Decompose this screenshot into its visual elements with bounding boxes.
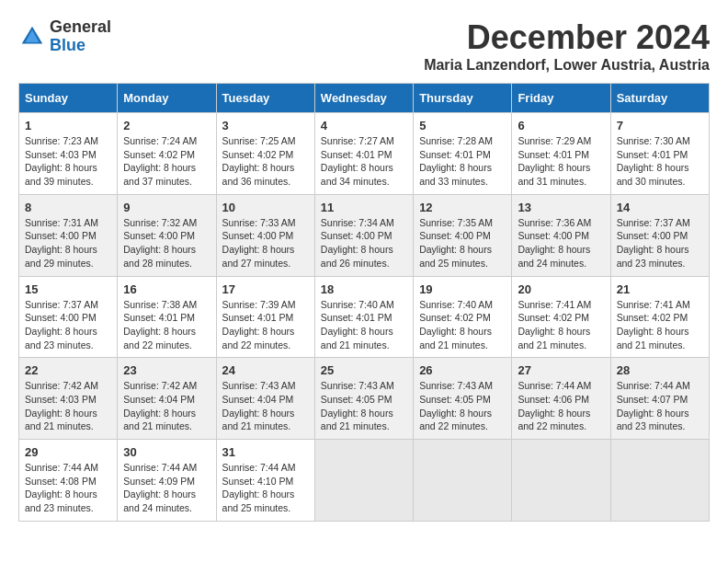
day-number: 30 xyxy=(123,445,210,459)
table-row: 11 Sunrise: 7:34 AMSunset: 4:00 PMDaylig… xyxy=(314,194,413,276)
logo-general-text: General xyxy=(50,18,111,37)
weekday-header: Tuesday xyxy=(216,84,314,113)
day-number: 12 xyxy=(419,201,506,214)
table-row: 29 Sunrise: 7:44 AMSunset: 4:08 PMDaylig… xyxy=(19,440,118,522)
day-info: Sunrise: 7:39 AMSunset: 4:01 PMDaylight:… xyxy=(222,298,309,352)
table-row xyxy=(512,440,610,522)
calendar-week-row: 8 Sunrise: 7:31 AMSunset: 4:00 PMDayligh… xyxy=(19,194,710,276)
table-row: 4 Sunrise: 7:27 AMSunset: 4:01 PMDayligh… xyxy=(314,113,413,195)
day-info: Sunrise: 7:44 AMSunset: 4:08 PMDaylight:… xyxy=(25,461,111,515)
day-number: 19 xyxy=(419,282,506,296)
day-number: 21 xyxy=(617,282,703,296)
day-info: Sunrise: 7:43 AMSunset: 4:05 PMDaylight:… xyxy=(321,379,407,433)
day-info: Sunrise: 7:40 AMSunset: 4:01 PMDaylight:… xyxy=(321,298,407,352)
day-info: Sunrise: 7:44 AMSunset: 4:09 PMDaylight:… xyxy=(123,461,210,515)
location-title: Maria Lanzendorf, Lower Austria, Austria xyxy=(424,57,710,74)
day-info: Sunrise: 7:44 AMSunset: 4:07 PMDaylight:… xyxy=(617,379,703,433)
day-info: Sunrise: 7:35 AMSunset: 4:00 PMDaylight:… xyxy=(419,216,506,270)
day-info: Sunrise: 7:34 AMSunset: 4:00 PMDaylight:… xyxy=(321,216,407,270)
table-row xyxy=(414,440,512,522)
day-info: Sunrise: 7:31 AMSunset: 4:00 PMDaylight:… xyxy=(25,216,111,270)
day-info: Sunrise: 7:33 AMSunset: 4:00 PMDaylight:… xyxy=(222,216,309,270)
table-row: 10 Sunrise: 7:33 AMSunset: 4:00 PMDaylig… xyxy=(216,194,314,276)
table-row: 8 Sunrise: 7:31 AMSunset: 4:00 PMDayligh… xyxy=(19,194,118,276)
table-row: 20 Sunrise: 7:41 AMSunset: 4:02 PMDaylig… xyxy=(512,276,610,358)
weekday-header: Sunday xyxy=(19,84,118,113)
day-number: 18 xyxy=(321,282,407,296)
weekday-header-row: SundayMondayTuesdayWednesdayThursdayFrid… xyxy=(19,84,710,113)
day-number: 14 xyxy=(617,201,703,214)
day-number: 15 xyxy=(25,282,111,296)
day-info: Sunrise: 7:30 AMSunset: 4:01 PMDaylight:… xyxy=(617,134,703,189)
header: General Blue December 2024 Maria Lanzend… xyxy=(18,18,710,74)
day-number: 17 xyxy=(222,282,309,296)
table-row: 18 Sunrise: 7:40 AMSunset: 4:01 PMDaylig… xyxy=(314,276,413,358)
day-info: Sunrise: 7:29 AMSunset: 4:01 PMDaylight:… xyxy=(518,134,604,189)
table-row: 26 Sunrise: 7:43 AMSunset: 4:05 PMDaylig… xyxy=(414,358,512,440)
day-number: 4 xyxy=(321,119,407,132)
day-info: Sunrise: 7:44 AMSunset: 4:10 PMDaylight:… xyxy=(222,461,309,515)
table-row: 2 Sunrise: 7:24 AMSunset: 4:02 PMDayligh… xyxy=(118,113,216,195)
table-row: 17 Sunrise: 7:39 AMSunset: 4:01 PMDaylig… xyxy=(216,276,314,358)
day-number: 22 xyxy=(25,363,111,377)
month-title: December 2024 xyxy=(424,18,710,57)
day-number: 6 xyxy=(518,119,604,132)
table-row: 24 Sunrise: 7:43 AMSunset: 4:04 PMDaylig… xyxy=(216,358,314,440)
day-info: Sunrise: 7:41 AMSunset: 4:02 PMDaylight:… xyxy=(518,298,604,352)
day-info: Sunrise: 7:23 AMSunset: 4:03 PMDaylight:… xyxy=(25,134,111,189)
day-info: Sunrise: 7:43 AMSunset: 4:05 PMDaylight:… xyxy=(419,379,506,433)
table-row: 7 Sunrise: 7:30 AMSunset: 4:01 PMDayligh… xyxy=(610,113,709,195)
calendar-week-row: 22 Sunrise: 7:42 AMSunset: 4:03 PMDaylig… xyxy=(19,358,710,440)
day-number: 25 xyxy=(321,363,407,377)
day-info: Sunrise: 7:37 AMSunset: 4:00 PMDaylight:… xyxy=(25,298,111,352)
day-number: 5 xyxy=(419,119,506,132)
day-number: 7 xyxy=(617,119,703,132)
day-info: Sunrise: 7:42 AMSunset: 4:03 PMDaylight:… xyxy=(25,379,111,433)
weekday-header: Saturday xyxy=(610,84,709,113)
weekday-header: Wednesday xyxy=(314,84,413,113)
day-info: Sunrise: 7:32 AMSunset: 4:00 PMDaylight:… xyxy=(123,216,210,270)
table-row: 23 Sunrise: 7:42 AMSunset: 4:04 PMDaylig… xyxy=(118,358,216,440)
table-row: 22 Sunrise: 7:42 AMSunset: 4:03 PMDaylig… xyxy=(19,358,118,440)
table-row: 1 Sunrise: 7:23 AMSunset: 4:03 PMDayligh… xyxy=(19,113,118,195)
table-row: 3 Sunrise: 7:25 AMSunset: 4:02 PMDayligh… xyxy=(216,113,314,195)
table-row: 14 Sunrise: 7:37 AMSunset: 4:00 PMDaylig… xyxy=(610,194,709,276)
calendar: SundayMondayTuesdayWednesdayThursdayFrid… xyxy=(18,83,710,522)
table-row: 6 Sunrise: 7:29 AMSunset: 4:01 PMDayligh… xyxy=(512,113,610,195)
day-info: Sunrise: 7:43 AMSunset: 4:04 PMDaylight:… xyxy=(222,379,309,433)
day-number: 28 xyxy=(617,363,703,377)
day-info: Sunrise: 7:25 AMSunset: 4:02 PMDaylight:… xyxy=(222,134,309,189)
title-area: December 2024 Maria Lanzendorf, Lower Au… xyxy=(424,18,710,74)
day-number: 31 xyxy=(222,445,309,459)
day-number: 27 xyxy=(518,363,604,377)
day-number: 24 xyxy=(222,363,309,377)
logo-icon xyxy=(18,23,46,51)
weekday-header: Thursday xyxy=(414,84,512,113)
day-number: 20 xyxy=(518,282,604,296)
day-number: 3 xyxy=(222,119,309,132)
table-row: 31 Sunrise: 7:44 AMSunset: 4:10 PMDaylig… xyxy=(216,440,314,522)
day-number: 10 xyxy=(222,201,309,214)
day-number: 8 xyxy=(25,201,111,214)
table-row: 28 Sunrise: 7:44 AMSunset: 4:07 PMDaylig… xyxy=(610,358,709,440)
table-row: 30 Sunrise: 7:44 AMSunset: 4:09 PMDaylig… xyxy=(118,440,216,522)
calendar-week-row: 1 Sunrise: 7:23 AMSunset: 4:03 PMDayligh… xyxy=(19,113,710,195)
day-info: Sunrise: 7:28 AMSunset: 4:01 PMDaylight:… xyxy=(419,134,506,189)
table-row: 9 Sunrise: 7:32 AMSunset: 4:00 PMDayligh… xyxy=(118,194,216,276)
table-row: 27 Sunrise: 7:44 AMSunset: 4:06 PMDaylig… xyxy=(512,358,610,440)
day-number: 13 xyxy=(518,201,604,214)
day-number: 2 xyxy=(123,119,210,132)
day-number: 26 xyxy=(419,363,506,377)
day-number: 1 xyxy=(25,119,111,132)
table-row: 13 Sunrise: 7:36 AMSunset: 4:00 PMDaylig… xyxy=(512,194,610,276)
day-info: Sunrise: 7:27 AMSunset: 4:01 PMDaylight:… xyxy=(321,134,407,189)
table-row: 16 Sunrise: 7:38 AMSunset: 4:01 PMDaylig… xyxy=(118,276,216,358)
weekday-header: Friday xyxy=(512,84,610,113)
table-row: 5 Sunrise: 7:28 AMSunset: 4:01 PMDayligh… xyxy=(414,113,512,195)
day-info: Sunrise: 7:42 AMSunset: 4:04 PMDaylight:… xyxy=(123,379,210,433)
logo-blue-text: Blue xyxy=(50,37,111,55)
day-info: Sunrise: 7:44 AMSunset: 4:06 PMDaylight:… xyxy=(518,379,604,433)
day-info: Sunrise: 7:37 AMSunset: 4:00 PMDaylight:… xyxy=(617,216,703,270)
weekday-header: Monday xyxy=(118,84,216,113)
logo: General Blue xyxy=(18,18,111,55)
